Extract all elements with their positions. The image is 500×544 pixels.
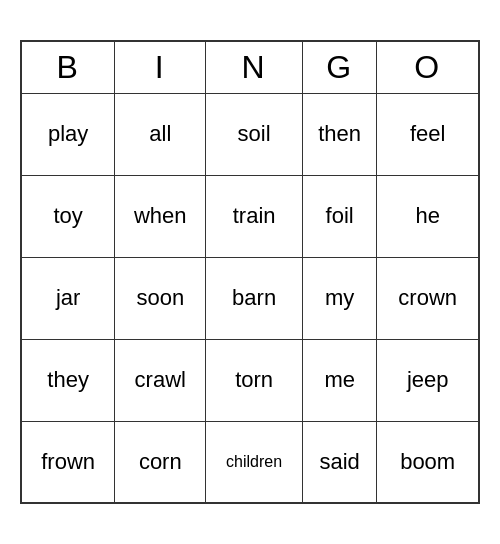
header-i: I	[115, 41, 206, 93]
table-cell: when	[115, 175, 206, 257]
table-cell: then	[302, 93, 376, 175]
table-cell: feel	[377, 93, 479, 175]
bingo-body: playallsoilthenfeeltoywhentrainfoilhejar…	[21, 93, 479, 503]
bingo-header-row: B I N G O	[21, 41, 479, 93]
header-o: O	[377, 41, 479, 93]
table-row: frowncornchildrensaidboom	[21, 421, 479, 503]
table-cell: my	[302, 257, 376, 339]
header-n: N	[206, 41, 303, 93]
table-cell: jeep	[377, 339, 479, 421]
table-cell: frown	[21, 421, 115, 503]
table-cell: children	[206, 421, 303, 503]
table-cell: soon	[115, 257, 206, 339]
table-row: playallsoilthenfeel	[21, 93, 479, 175]
header-b: B	[21, 41, 115, 93]
table-cell: train	[206, 175, 303, 257]
table-cell: soil	[206, 93, 303, 175]
table-cell: foil	[302, 175, 376, 257]
table-row: jarsoonbarnmycrown	[21, 257, 479, 339]
bingo-card: B I N G O playallsoilthenfeeltoywhentrai…	[20, 40, 480, 504]
table-row: theycrawltornmejeep	[21, 339, 479, 421]
table-cell: crown	[377, 257, 479, 339]
table-cell: toy	[21, 175, 115, 257]
table-cell: said	[302, 421, 376, 503]
table-cell: jar	[21, 257, 115, 339]
table-cell: torn	[206, 339, 303, 421]
table-cell: boom	[377, 421, 479, 503]
table-cell: crawl	[115, 339, 206, 421]
table-cell: me	[302, 339, 376, 421]
table-cell: all	[115, 93, 206, 175]
table-cell: they	[21, 339, 115, 421]
header-g: G	[302, 41, 376, 93]
table-cell: barn	[206, 257, 303, 339]
table-cell: he	[377, 175, 479, 257]
table-cell: corn	[115, 421, 206, 503]
table-cell: play	[21, 93, 115, 175]
table-row: toywhentrainfoilhe	[21, 175, 479, 257]
